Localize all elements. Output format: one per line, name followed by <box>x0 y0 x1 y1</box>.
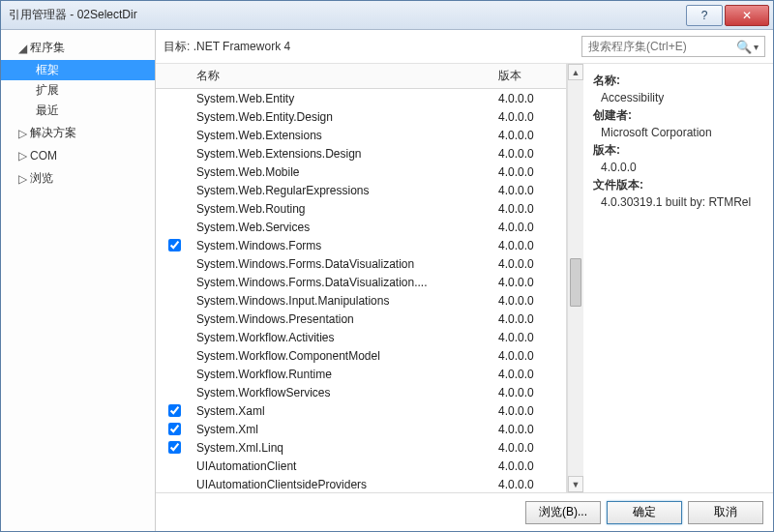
assembly-row[interactable]: System.Web.Entity4.0.0.0 <box>156 89 566 107</box>
assembly-row[interactable]: System.Workflow.Runtime4.0.0.0 <box>156 365 566 383</box>
assembly-version: 4.0.0.0 <box>498 404 566 418</box>
assembly-checkbox[interactable] <box>168 423 181 435</box>
checkbox-cell <box>156 236 193 254</box>
assembly-version: 4.0.0.0 <box>498 239 566 252</box>
assembly-row[interactable]: System.Windows.Input.Manipulations4.0.0.… <box>156 291 566 310</box>
assembly-version: 4.0.0.0 <box>498 276 566 289</box>
assembly-version: 4.0.0.0 <box>498 423 566 436</box>
assembly-row[interactable]: UIAutomationClient4.0.0.0 <box>156 457 566 475</box>
assembly-name: System.Web.Extensions.Design <box>193 147 498 161</box>
assembly-name: System.Windows.Forms.DataVisualization..… <box>193 276 498 289</box>
assembly-checkbox[interactable] <box>168 239 181 251</box>
assembly-row[interactable]: System.Windows.Presentation4.0.0.0 <box>156 310 566 328</box>
assembly-version: 4.0.0.0 <box>498 129 566 142</box>
assembly-name: System.Web.Entity <box>193 92 498 105</box>
assembly-list[interactable]: System.Web.Entity4.0.0.0System.Web.Entit… <box>156 89 566 492</box>
chevron-right-icon: ▷ <box>18 127 26 140</box>
assembly-row[interactable]: System.Web.Extensions.Design4.0.0.0 <box>156 144 566 163</box>
footer: 浏览(B)... 确定 取消 <box>156 492 773 531</box>
assembly-row[interactable]: System.WorkflowServices4.0.0.0 <box>156 383 566 401</box>
sidebar-category-label: 浏览 <box>30 170 53 187</box>
details-creator-label: 创建者: <box>593 106 763 124</box>
sidebar-item[interactable]: 最近 <box>1 101 155 121</box>
assembly-row[interactable]: System.Windows.Forms4.0.0.0 <box>156 236 566 254</box>
close-button[interactable]: ✕ <box>725 5 769 26</box>
assembly-row[interactable]: UIAutomationClientsideProviders4.0.0.0 <box>156 475 566 492</box>
details-creator-value: Microsoft Corporation <box>593 124 763 141</box>
column-check <box>156 68 193 84</box>
assembly-row[interactable]: System.Web.RegularExpressions4.0.0.0 <box>156 181 566 199</box>
scroll-thumb[interactable] <box>570 258 581 307</box>
assembly-name: System.Windows.Presentation <box>193 312 498 326</box>
assembly-version: 4.0.0.0 <box>498 184 566 197</box>
assembly-row[interactable]: System.Xml4.0.0.0 <box>156 420 566 438</box>
details-name-value: Accessibility <box>593 89 763 106</box>
main-pane: 目标: .NET Framework 4 🔍 ▾ 名称 版本 System.We… <box>156 30 773 531</box>
details-name-label: 名称: <box>593 72 763 89</box>
assembly-row[interactable]: System.Windows.Forms.DataVisualization4.… <box>156 254 566 273</box>
column-name[interactable]: 名称 <box>193 68 498 84</box>
search-dropdown-icon[interactable]: ▾ <box>752 42 760 52</box>
assembly-row[interactable]: System.Windows.Forms.DataVisualization..… <box>156 273 566 291</box>
assembly-row[interactable]: System.Web.Entity.Design4.0.0.0 <box>156 107 566 126</box>
browse-button[interactable]: 浏览(B)... <box>525 501 601 524</box>
window-controls: ? ✕ <box>684 5 769 26</box>
sidebar-category[interactable]: ◢程序集 <box>1 36 155 60</box>
main-header: 目标: .NET Framework 4 🔍 ▾ <box>156 30 773 64</box>
checkbox-cell <box>156 401 193 420</box>
assembly-row[interactable]: System.Xaml4.0.0.0 <box>156 401 566 420</box>
assembly-row[interactable]: System.Web.Routing4.0.0.0 <box>156 199 566 218</box>
details-version-value: 4.0.0.0 <box>593 159 763 176</box>
details-filever-value: 4.0.30319.1 built by: RTMRel <box>593 193 763 211</box>
target-framework: 目标: .NET Framework 4 <box>164 39 581 55</box>
column-version[interactable]: 版本 <box>498 68 566 84</box>
assembly-version: 4.0.0.0 <box>498 147 566 161</box>
details-filever-label: 文件版本: <box>593 176 763 193</box>
sidebar-item[interactable]: 框架 <box>1 60 155 80</box>
chevron-down-icon: ◢ <box>18 42 26 55</box>
assembly-row[interactable]: System.Web.Services4.0.0.0 <box>156 218 566 236</box>
assembly-row[interactable]: System.Workflow.ComponentModel4.0.0.0 <box>156 346 566 365</box>
assembly-row[interactable]: System.Web.Mobile4.0.0.0 <box>156 163 566 181</box>
scroll-down-button[interactable]: ▼ <box>568 476 583 492</box>
assembly-name: System.Workflow.Activities <box>193 331 498 344</box>
help-button[interactable]: ? <box>686 5 723 26</box>
vertical-scrollbar[interactable]: ▲ ▼ <box>567 64 583 492</box>
sidebar-category[interactable]: ▷解决方案 <box>1 121 155 145</box>
assembly-version: 4.0.0.0 <box>498 459 566 473</box>
cancel-button[interactable]: 取消 <box>688 501 763 524</box>
assembly-checkbox[interactable] <box>168 441 181 454</box>
assembly-name: UIAutomationClient <box>193 459 498 473</box>
scroll-track[interactable] <box>568 80 583 476</box>
search-icon[interactable]: 🔍 <box>736 40 752 54</box>
assembly-name: System.Xaml <box>193 404 498 418</box>
sidebar-item[interactable]: 扩展 <box>1 80 155 101</box>
assembly-row[interactable]: System.Xml.Linq4.0.0.0 <box>156 438 566 457</box>
assembly-row[interactable]: System.Workflow.Activities4.0.0.0 <box>156 328 566 346</box>
assembly-version: 4.0.0.0 <box>498 386 566 399</box>
assembly-list-pane: 名称 版本 System.Web.Entity4.0.0.0System.Web… <box>156 64 567 492</box>
assembly-version: 4.0.0.0 <box>498 92 566 105</box>
search-box[interactable]: 🔍 ▾ <box>581 36 765 57</box>
assembly-name: System.Web.Services <box>193 221 498 234</box>
assembly-version: 4.0.0.0 <box>498 221 566 234</box>
ok-button[interactable]: 确定 <box>607 501 682 524</box>
assembly-name: System.WorkflowServices <box>193 386 498 399</box>
assembly-name: System.Windows.Forms.DataVisualization <box>193 257 498 271</box>
chevron-right-icon: ▷ <box>18 172 26 186</box>
assembly-version: 4.0.0.0 <box>498 294 566 308</box>
target-label: 目标: <box>164 40 194 53</box>
search-input[interactable] <box>586 39 736 54</box>
assembly-name: System.Workflow.ComponentModel <box>193 349 498 363</box>
sidebar-category-label: 程序集 <box>30 40 65 56</box>
body: ◢程序集框架扩展最近▷解决方案▷COM▷浏览 目标: .NET Framewor… <box>1 30 773 531</box>
sidebar-category[interactable]: ▷COM <box>1 145 155 166</box>
checkbox-cell <box>156 420 193 438</box>
scroll-up-button[interactable]: ▲ <box>568 64 583 80</box>
assembly-checkbox[interactable] <box>168 404 181 417</box>
sidebar-category[interactable]: ▷浏览 <box>1 166 155 191</box>
assembly-version: 4.0.0.0 <box>498 478 566 491</box>
checkbox-cell <box>156 438 193 457</box>
assembly-row[interactable]: System.Web.Extensions4.0.0.0 <box>156 126 566 144</box>
assembly-name: System.Web.Extensions <box>193 129 498 142</box>
